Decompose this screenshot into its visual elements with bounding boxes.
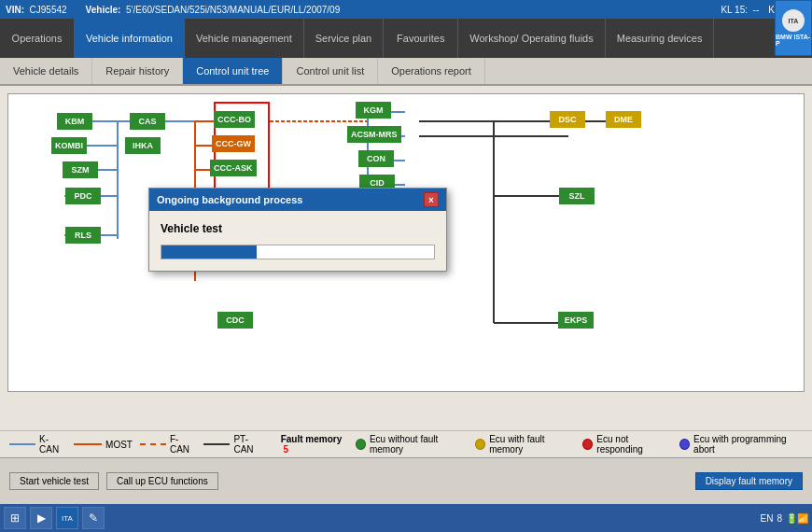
ecu-kbm[interactable]: KBM — [57, 113, 92, 130]
legend-most: MOST — [74, 440, 133, 450]
ecu-rls[interactable]: RLS — [65, 227, 101, 244]
nav-item-workshop[interactable]: Workshop/ Operating fluids — [458, 19, 605, 58]
nav-item-service-plan[interactable]: Service plan — [304, 19, 385, 58]
taskbar-app2-button[interactable]: ITA — [56, 507, 78, 529]
sub-nav-repair-history[interactable]: Repair history — [92, 58, 183, 84]
vin-key: VIN: — [6, 5, 24, 15]
taskbar-app3-button[interactable]: ✎ — [82, 507, 105, 529]
ecu-dsc[interactable]: DSC — [550, 111, 585, 128]
ecu-acsm-mrs[interactable]: ACSM-MRS — [347, 126, 401, 143]
app-icon-label: BMW ISTA-P — [776, 34, 811, 47]
nav-item-favourites[interactable]: Favourites — [384, 19, 458, 58]
ecu-fault-dot — [475, 439, 485, 450]
vehicle-value: 5'/E60/SEDAN/525i/N53/MANUAL/EUR/LL/2007… — [126, 5, 340, 15]
start-vehicle-test-button[interactable]: Start vehicle test — [9, 472, 99, 490]
taskbar-right: EN 8 🔋📶 — [761, 513, 808, 524]
ecu-ihka[interactable]: IHKA — [125, 137, 161, 154]
legend-ecu-no-fault: Ecu without fault memory — [356, 434, 468, 455]
modal-title: Ongoing background process — [157, 194, 302, 205]
ecu-prog-abort-dot — [679, 439, 690, 450]
modal-subtitle: Vehicle test — [161, 222, 435, 235]
modal-dialog: Ongoing background process × Vehicle tes… — [148, 188, 447, 272]
modal-title-bar: Ongoing background process × — [149, 189, 446, 211]
bottom-bar: Start vehicle test Call up ECU functions… — [0, 457, 812, 504]
taskbar-start-button[interactable]: ⊞ — [4, 507, 26, 529]
legend-fcan: F-CAN — [140, 434, 197, 455]
ecu-ekps[interactable]: EKPS — [558, 312, 594, 329]
ecu-szl[interactable]: SZL — [559, 188, 595, 204]
legend-ecu-prog-abort: Ecu with programming abort — [679, 434, 803, 455]
sub-nav: Vehicle details Repair history Control u… — [0, 58, 812, 86]
ecu-kgm[interactable]: KGM — [356, 102, 391, 119]
taskbar-app2-label: ITA — [62, 514, 73, 523]
taskbar: ⊞ ▶ ITA ✎ EN 8 🔋📶 — [0, 504, 812, 532]
diagram-area: KBM CAS KOMBI IHKA SZM PDC RLS CCC-BO CC… — [7, 93, 805, 392]
ecu-ccc-gw[interactable]: CCC-GW — [212, 135, 255, 152]
ecu-pdc[interactable]: PDC — [65, 188, 101, 204]
app-icon-circle: ITA — [782, 9, 805, 32]
fault-memory-label: Fault memory 5 — [281, 434, 348, 455]
vin-label: VIN: CJ95542 — [6, 5, 67, 15]
vehicle-label: Vehicle: 5'/E60/SEDAN/525i/N53/MANUAL/EU… — [86, 5, 341, 15]
modal-body: Vehicle test — [149, 211, 446, 271]
taskbar-app1-button[interactable]: ▶ — [30, 507, 52, 529]
legend-bar: K-CAN MOST F-CAN PT-CAN Fault memory 5 E… — [0, 430, 812, 457]
sub-nav-operations-report[interactable]: Operations report — [378, 58, 485, 84]
legend-kcan: K-CAN — [9, 434, 66, 455]
call-up-ecu-button[interactable]: Call up ECU functions — [106, 472, 218, 490]
legend-ptcan: PT-CAN — [203, 434, 265, 455]
nav-item-operations[interactable]: Operations — [0, 19, 75, 58]
taskbar-locale: EN — [761, 513, 774, 524]
app-icon: ITA BMW ISTA-P — [775, 0, 812, 56]
ecu-kombi[interactable]: KOMBI — [51, 137, 87, 154]
progress-bar-fill — [161, 245, 257, 259]
modal-close-button[interactable]: × — [424, 192, 439, 207]
kl15: KL 15: -- — [721, 5, 759, 15]
nav-item-vehicle-mgmt[interactable]: Vehicle management — [185, 19, 304, 58]
ecu-ccc-bo[interactable]: CCC-BO — [214, 111, 255, 128]
display-fault-button[interactable]: Display fault memory — [695, 472, 803, 490]
ecu-cas[interactable]: CAS — [130, 113, 165, 130]
vehicle-key: Vehicle: — [86, 5, 121, 15]
fault-count: 5 — [283, 444, 288, 455]
title-bar-left: VIN: CJ95542 Vehicle: 5'/E60/SEDAN/525i/… — [6, 5, 340, 15]
main-content: KBM CAS KOMBI IHKA SZM PDC RLS CCC-BO CC… — [0, 86, 812, 430]
nav-item-measuring[interactable]: Measuring devices — [606, 19, 715, 58]
nav-item-vehicle-info[interactable]: Vehicle information — [75, 19, 185, 58]
sub-nav-control-unit-tree[interactable]: Control unit tree — [183, 58, 283, 84]
ecu-dme[interactable]: DME — [606, 111, 641, 128]
most-line — [74, 443, 102, 445]
fcan-line — [140, 443, 166, 445]
ecu-ccc-ask[interactable]: CCC-ASK — [210, 160, 257, 176]
taskbar-battery: 8 — [777, 513, 782, 524]
taskbar-icons: 🔋📶 — [786, 513, 808, 524]
progress-bar-container — [161, 245, 435, 259]
ptcan-line — [203, 443, 230, 445]
sub-nav-vehicle-details[interactable]: Vehicle details — [0, 58, 92, 84]
kcan-line — [9, 443, 35, 445]
ecu-szm[interactable]: SZM — [63, 161, 98, 178]
legend-ecu-fault: Ecu with fault memory — [475, 434, 575, 455]
ecu-cdc[interactable]: CDC — [217, 312, 253, 329]
main-nav: Operations Vehicle information Vehicle m… — [0, 19, 812, 58]
sub-nav-control-unit-list[interactable]: Control unit list — [283, 58, 378, 84]
ecu-con[interactable]: CON — [358, 150, 394, 167]
taskbar-left: ⊞ ▶ ITA ✎ — [4, 507, 105, 529]
title-bar: VIN: CJ95542 Vehicle: 5'/E60/SEDAN/525i/… — [0, 0, 812, 19]
vin-value: CJ95542 — [30, 5, 67, 15]
ecu-not-responding-dot — [582, 439, 593, 450]
ecu-no-fault-dot — [356, 439, 366, 450]
legend-ecu-not-responding: Ecu not responding — [582, 434, 672, 455]
